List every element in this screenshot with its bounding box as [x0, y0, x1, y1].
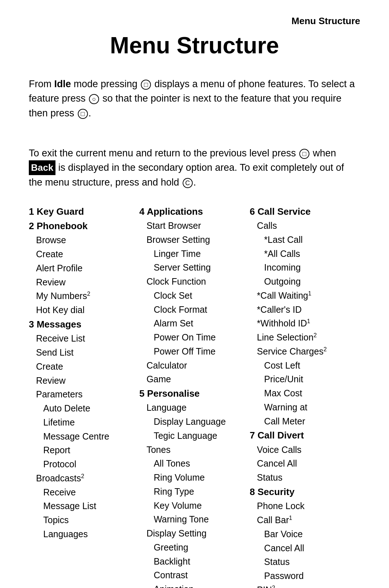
- list-item: Warning at: [250, 400, 357, 414]
- intro-paragraph-1: From Idle mode pressing □ displays a men…: [29, 77, 360, 121]
- list-item: Create: [29, 247, 136, 261]
- list-item: Review: [29, 275, 136, 289]
- list-item: Power Off Time: [139, 344, 246, 358]
- list-item: Greeting: [139, 540, 246, 554]
- list-item: Linger Time: [139, 247, 246, 261]
- list-item: Parameters: [29, 387, 136, 401]
- intro-paragraph-2: To exit the current menu and return to t…: [29, 146, 360, 190]
- list-item: Clock Set: [139, 289, 246, 303]
- list-item: Cancel All: [250, 456, 357, 471]
- list-item: Message Centre: [29, 429, 136, 444]
- list-item: Alert Profile: [29, 261, 136, 275]
- list-item: *Withhold ID1: [250, 316, 357, 330]
- list-item: Auto Delete: [29, 401, 136, 415]
- list-item: Price/Unit: [250, 372, 357, 386]
- list-item: Password: [250, 569, 357, 583]
- list-item: Service Charges2: [250, 344, 357, 358]
- list-item: Warning Tone: [139, 512, 246, 526]
- list-item: Status: [250, 555, 357, 569]
- list-item: Animation: [139, 582, 246, 588]
- list-item: Calls: [250, 219, 357, 233]
- list-item: Voice Calls: [250, 443, 357, 457]
- menu-column-1: 1 Key Guard 2 Phonebook Browse Create Al…: [29, 204, 139, 588]
- list-item: Create: [29, 360, 136, 374]
- list-item: Line Selection2: [250, 330, 357, 344]
- menu-columns: 1 Key Guard 2 Phonebook Browse Create Al…: [29, 204, 360, 588]
- list-item: Ring Volume: [139, 471, 246, 485]
- section-key-guard: 1 Key Guard: [29, 204, 136, 219]
- list-item: Report: [29, 443, 136, 457]
- list-item: Clock Function: [139, 275, 246, 289]
- list-item: Language: [139, 401, 246, 415]
- list-item: PIN2: [250, 583, 357, 588]
- list-item: *All Calls: [250, 247, 357, 261]
- list-item: Display Language: [139, 415, 246, 429]
- list-item: Message List: [29, 499, 136, 513]
- list-item: Key Volume: [139, 499, 246, 513]
- list-item: Protocol: [29, 457, 136, 471]
- list-item: Bar Voice: [250, 527, 357, 541]
- list-item: Status: [250, 471, 357, 485]
- list-item: *Last Call: [250, 233, 357, 247]
- list-item: Outgoing: [250, 275, 357, 289]
- list-item: Start Browser: [139, 219, 246, 233]
- back-button-icon: □: [299, 149, 309, 159]
- list-item: Languages: [29, 527, 136, 541]
- list-item: Calculator: [139, 358, 246, 373]
- list-item: All Tones: [139, 456, 246, 471]
- section-phonebook: 2 Phonebook: [29, 219, 136, 233]
- list-item: Browser Setting: [139, 233, 246, 247]
- menu-button-icon: □: [141, 80, 151, 90]
- list-item: Display Setting: [139, 526, 246, 540]
- list-item: Clock Format: [139, 303, 246, 317]
- section-security: 8 Security: [250, 485, 357, 499]
- list-item: Max Cost: [250, 386, 357, 400]
- list-item: Hot Key dial: [29, 303, 136, 317]
- section-applications: 4 Applications: [139, 204, 246, 219]
- section-messages: 3 Messages: [29, 317, 136, 331]
- list-item: Contrast: [139, 568, 246, 582]
- list-item: Server Setting: [139, 260, 246, 275]
- clear-icon: C: [183, 178, 193, 188]
- list-item: Lifetime: [29, 415, 136, 429]
- list-item: Call Meter: [250, 414, 357, 428]
- list-item: Tegic Language: [139, 429, 246, 443]
- list-item: Game: [139, 372, 246, 386]
- list-item: Receive: [29, 485, 136, 499]
- list-item: Tones: [139, 443, 246, 457]
- list-item: Receive List: [29, 331, 136, 346]
- list-item: Backlight: [139, 554, 246, 569]
- list-item: Ring Type: [139, 485, 246, 499]
- list-item: Alarm Set: [139, 316, 246, 330]
- list-item: Broadcasts2: [29, 471, 136, 485]
- list-item: Browse: [29, 233, 136, 247]
- select-icon: □: [78, 109, 88, 119]
- list-item: Call Bar1: [250, 513, 357, 527]
- list-item: Phone Lock: [250, 499, 357, 513]
- list-item: Cancel All: [250, 541, 357, 555]
- menu-column-3: 6 Call Service Calls *Last Call *All Cal…: [250, 204, 360, 588]
- list-item: Incoming: [250, 260, 357, 275]
- menu-column-2: 4 Applications Start Browser Browser Set…: [139, 204, 250, 588]
- page-title: Menu Structure: [29, 29, 360, 62]
- list-item: Review: [29, 374, 136, 388]
- list-item: *Call Waiting1: [250, 289, 357, 303]
- list-item: *Caller's ID: [250, 303, 357, 317]
- back-label: Back: [29, 160, 55, 175]
- list-item: Send List: [29, 346, 136, 360]
- section-call-divert: 7 Call Divert: [250, 428, 357, 442]
- header-label: Menu Structure: [291, 14, 360, 28]
- section-call-service: 6 Call Service: [250, 204, 357, 219]
- list-item: Topics: [29, 513, 136, 527]
- section-personalise: 5 Personalise: [139, 386, 246, 401]
- nav-icon: ○: [89, 94, 99, 104]
- list-item: My Numbers2: [29, 289, 136, 303]
- list-item: Power On Time: [139, 330, 246, 344]
- list-item: Cost Left: [250, 358, 357, 373]
